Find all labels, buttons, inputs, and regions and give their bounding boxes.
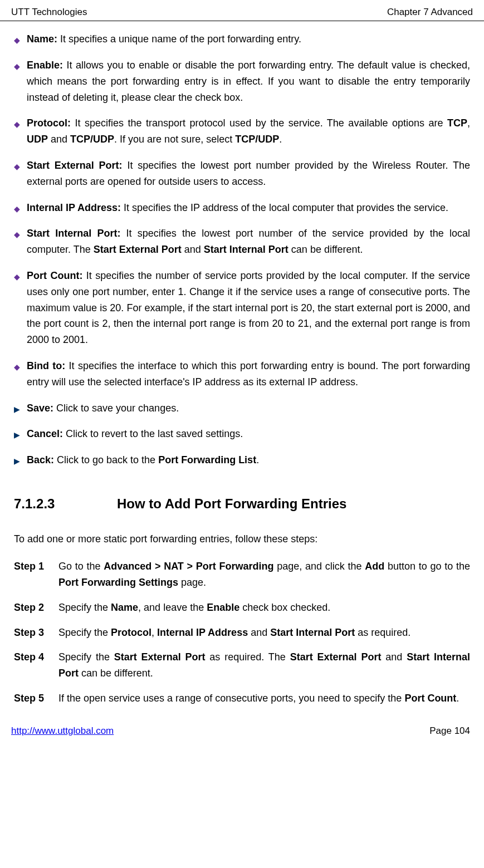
step-5: Step 5 If the open service uses a range … bbox=[14, 690, 470, 707]
section-heading: 7.1.2.3 How to Add Port Forwarding Entri… bbox=[14, 493, 470, 514]
step-label: Step 4 bbox=[14, 649, 58, 681]
bullet-text: Name: It specifies a unique name of the … bbox=[27, 31, 470, 47]
step-label: Step 1 bbox=[14, 558, 58, 591]
diamond-icon: ◆ bbox=[14, 203, 20, 216]
bullet-text: Protocol: It specifies the transport pro… bbox=[27, 115, 470, 148]
step-3: Step 3 Specify the Protocol, Internal IP… bbox=[14, 625, 470, 641]
header-right: Chapter 7 Advanced bbox=[387, 4, 473, 19]
intro-text: To add one or more static port forwardin… bbox=[14, 531, 470, 547]
diamond-icon: ◆ bbox=[14, 361, 20, 390]
step-2: Step 2 Specify the Name, and leave the E… bbox=[14, 600, 470, 616]
bullet-text: Save: Click to save your changes. bbox=[27, 400, 470, 416]
step-text: Specify the Protocol, Internal IP Addres… bbox=[58, 625, 470, 641]
bullet-text: Internal IP Address: It specifies the IP… bbox=[27, 200, 470, 216]
step-4: Step 4 Specify the Start External Port a… bbox=[14, 649, 470, 681]
step-text: Specify the Start External Port as requi… bbox=[58, 649, 470, 681]
bullet-protocol: ◆ Protocol: It specifies the transport p… bbox=[14, 115, 470, 148]
bullet-bind-to: ◆ Bind to: It specifies the interface to… bbox=[14, 358, 470, 390]
arrow-icon: ▶ bbox=[14, 455, 20, 468]
diamond-icon: ◆ bbox=[14, 228, 20, 258]
bullet-start-external-port: ◆ Start External Port: It specifies the … bbox=[14, 158, 470, 190]
bullet-text: Enable: It allows you to enable or disab… bbox=[27, 57, 470, 105]
step-label: Step 5 bbox=[14, 690, 58, 707]
bullet-cancel: ▶ Cancel: Click to revert to the last sa… bbox=[14, 426, 470, 442]
bullet-text: Start External Port: It specifies the lo… bbox=[27, 158, 470, 190]
arrow-icon: ▶ bbox=[14, 429, 20, 442]
bullet-port-count: ◆ Port Count: It specifies the number of… bbox=[14, 268, 470, 348]
step-text: Specify the Name, and leave the Enable c… bbox=[58, 600, 470, 616]
bullet-internal-ip: ◆ Internal IP Address: It specifies the … bbox=[14, 200, 470, 216]
step-text: If the open service uses a range of cons… bbox=[58, 690, 470, 707]
bullet-back: ▶ Back: Click to go back to the Port For… bbox=[14, 452, 470, 468]
arrow-icon: ▶ bbox=[14, 403, 20, 416]
section-title: How to Add Port Forwarding Entries bbox=[117, 493, 346, 514]
bullet-enable: ◆ Enable: It allows you to enable or dis… bbox=[14, 57, 470, 105]
bullet-text: Bind to: It specifies the interface to w… bbox=[27, 358, 470, 390]
bullet-text: Port Count: It specifies the number of s… bbox=[27, 268, 470, 348]
step-label: Step 2 bbox=[14, 600, 58, 616]
diamond-icon: ◆ bbox=[14, 118, 20, 148]
section-number: 7.1.2.3 bbox=[14, 493, 117, 514]
diamond-icon: ◆ bbox=[14, 34, 20, 47]
bullet-text: Cancel: Click to revert to the last save… bbox=[27, 426, 470, 442]
step-text: Go to the Advanced > NAT > Port Forwardi… bbox=[58, 558, 470, 591]
page-content: ◆ Name: It specifies a unique name of th… bbox=[0, 31, 484, 707]
page-header: UTT Technologies Chapter 7 Advanced bbox=[0, 0, 484, 21]
footer-link[interactable]: http://www.uttglobal.com bbox=[11, 723, 114, 738]
page-number: Page 104 bbox=[429, 723, 470, 738]
step-label: Step 3 bbox=[14, 625, 58, 641]
page-footer: http://www.uttglobal.com Page 104 bbox=[0, 707, 484, 744]
header-left: UTT Technologies bbox=[11, 4, 87, 19]
bullet-name: ◆ Name: It specifies a unique name of th… bbox=[14, 31, 470, 47]
diamond-icon: ◆ bbox=[14, 271, 20, 348]
bullet-text: Start Internal Port: It specifies the lo… bbox=[27, 225, 470, 258]
bullet-save: ▶ Save: Click to save your changes. bbox=[14, 400, 470, 416]
diamond-icon: ◆ bbox=[14, 60, 20, 105]
diamond-icon: ◆ bbox=[14, 160, 20, 190]
step-1: Step 1 Go to the Advanced > NAT > Port F… bbox=[14, 558, 470, 591]
bullet-text: Back: Click to go back to the Port Forwa… bbox=[27, 452, 470, 468]
bullet-start-internal-port: ◆ Start Internal Port: It specifies the … bbox=[14, 225, 470, 258]
